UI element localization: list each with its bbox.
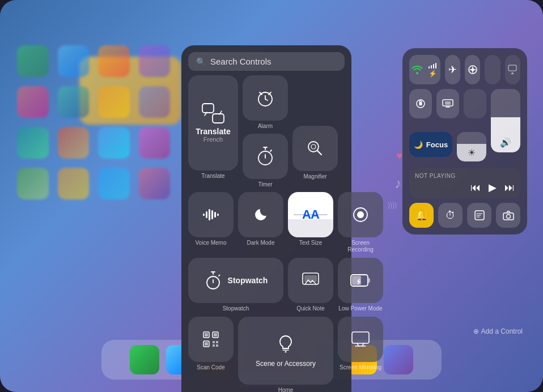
cc-silent-button[interactable]: 🔔	[409, 203, 434, 228]
svg-rect-26	[304, 275, 317, 282]
svg-rect-31	[205, 333, 208, 336]
quick-note-control: Quick Note	[288, 258, 333, 312]
svg-rect-37	[216, 341, 218, 343]
bg-app-1	[17, 45, 49, 77]
control-center-panel: ⚡ ✈	[402, 48, 527, 235]
bg-app-3	[98, 45, 130, 77]
controls-row3: Stopwatch Stopwatch Quick Note	[188, 258, 345, 312]
svg-rect-21	[217, 214, 219, 216]
search-input[interactable]: Search Controls	[210, 57, 272, 66]
svg-rect-18	[209, 209, 210, 220]
stopwatch-title: Stopwatch	[228, 276, 268, 285]
dark-mode-control: Dark Mode	[238, 192, 283, 253]
cc-wifi-button[interactable]	[409, 55, 425, 84]
cc-play-button[interactable]: ▶	[489, 181, 497, 194]
screen-mirroring-button[interactable]	[338, 317, 383, 362]
svg-rect-39	[216, 344, 218, 347]
dock-icon-1[interactable]	[130, 345, 159, 374]
bg-app-9	[17, 127, 49, 159]
scene-accessory-label: Home	[278, 387, 294, 392]
cc-focus-button[interactable]: 🌙 Focus	[409, 132, 452, 157]
magnifier-icon	[306, 139, 325, 158]
volume-icon: 🔊	[500, 137, 511, 148]
cc-airdrop-button[interactable]	[465, 55, 480, 84]
background-apps	[17, 45, 170, 208]
airplane-icon: ✈	[448, 63, 457, 76]
controls-row2: Voice Memo Dark Mode AA Text Size	[188, 192, 345, 253]
translate-button[interactable]: Translate French	[188, 75, 238, 171]
cc-brightness-slider[interactable]: ☀	[457, 132, 486, 161]
alarm-button[interactable]	[243, 75, 288, 121]
text-size-label: Text Size	[299, 240, 323, 246]
moon-icon: 🌙	[414, 140, 423, 149]
bg-app-13	[17, 168, 49, 199]
cc-next-button[interactable]: ⏭	[504, 182, 515, 194]
voice-memo-label: Voice Memo	[195, 240, 226, 246]
timer-label: Timer	[258, 181, 272, 188]
notes-icon	[474, 210, 485, 221]
cc-playback-controls: ⏮ ▶ ⏭	[415, 181, 515, 194]
bg-app-6	[58, 86, 90, 118]
bg-app-11	[98, 127, 130, 159]
translate-icon	[202, 103, 224, 123]
signal-decoration: ))))	[388, 201, 397, 209]
screen-mirroring-label: Screen Mirroring	[340, 364, 381, 371]
svg-point-40	[285, 351, 287, 352]
svg-point-1	[471, 69, 474, 71]
translate-title: Translate	[196, 127, 230, 136]
cc-airplay-button[interactable]	[505, 55, 520, 84]
cc-timer-button[interactable]: ⏱	[438, 203, 463, 228]
scan-code-control: Scan Code	[188, 317, 234, 392]
voice-memo-button[interactable]	[188, 192, 234, 237]
controls-row4: Scan Code Scene or Accessory Home	[188, 317, 345, 392]
dock-icon-8[interactable]	[384, 345, 413, 374]
magnifier-button[interactable]	[292, 126, 338, 171]
screen-mirroring-control: Screen Mirroring	[338, 317, 383, 392]
bg-app-10	[58, 127, 90, 159]
translate-subtitle: French	[196, 136, 230, 143]
cc-network-signals: ⚡	[425, 55, 440, 84]
controls-row1: Translate French Translate Alarm	[188, 75, 345, 188]
screen-recording-button[interactable]	[338, 192, 383, 237]
translate-control: Translate French Translate	[188, 75, 238, 188]
bg-app-5	[17, 86, 49, 118]
svg-rect-28	[352, 276, 361, 285]
bg-app-2	[58, 45, 90, 77]
text-size-button[interactable]: AA	[288, 192, 333, 237]
bluetooth-icon: ⚡	[429, 70, 437, 78]
timer-button[interactable]	[243, 134, 288, 179]
cc-notes-button[interactable]	[467, 203, 491, 228]
text-size-icon: AA	[302, 207, 319, 222]
scene-accessory-button[interactable]: Scene or Accessory	[238, 317, 333, 385]
scan-code-icon	[202, 331, 219, 348]
scan-code-label: Scan Code	[197, 364, 224, 370]
svg-rect-10	[202, 104, 214, 113]
camera-icon	[503, 210, 514, 220]
svg-rect-11	[213, 114, 224, 123]
alarm-icon	[255, 88, 275, 108]
cc-prev-button[interactable]: ⏮	[470, 182, 481, 194]
svg-rect-29	[368, 278, 370, 283]
screen-recording-label: Screen Recording	[338, 240, 383, 253]
low-power-button[interactable]	[338, 258, 383, 303]
search-controls-panel: 🔍 Search Controls Translate French Trans…	[181, 45, 351, 392]
add-control-button[interactable]: ⊕ Add a Control	[473, 327, 523, 335]
search-bar[interactable]: 🔍 Search Controls	[188, 52, 345, 71]
cc-camera-button[interactable]	[496, 203, 520, 228]
cc-rotation-lock-button[interactable]	[409, 89, 432, 118]
screen-recording-icon	[351, 206, 370, 224]
music-note-decoration: ♪	[394, 176, 401, 191]
cc-airplane-button[interactable]: ✈	[445, 55, 460, 84]
low-power-control: Low Power Mode	[338, 258, 383, 312]
scan-code-button[interactable]	[188, 317, 234, 362]
cc-empty-1	[485, 55, 500, 84]
cc-network-block: ⚡	[409, 55, 440, 84]
dark-mode-button[interactable]	[238, 192, 283, 237]
cc-volume-slider[interactable]: 🔊	[491, 89, 520, 152]
cc-screen-mirror-button[interactable]	[436, 89, 459, 118]
stopwatch-button[interactable]: Stopwatch	[188, 258, 283, 303]
quick-note-button[interactable]	[288, 258, 333, 303]
svg-rect-19	[211, 210, 213, 219]
bell-icon: 🔔	[415, 209, 428, 221]
cc-focus-label: Focus	[426, 140, 448, 149]
